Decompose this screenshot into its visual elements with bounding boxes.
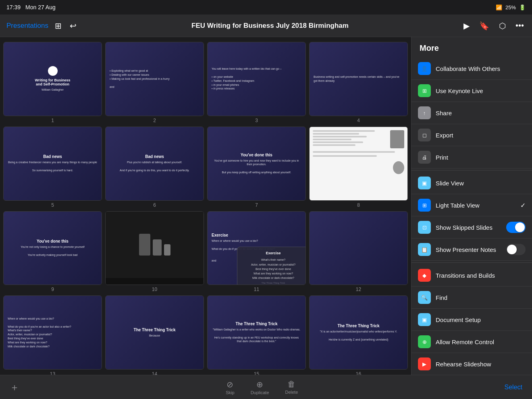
menu-icon-slide-view: ▣ (418, 177, 431, 189)
menu-icon-presenter-notes: 📋 (418, 243, 431, 256)
slide-thumb-8 (309, 127, 408, 201)
play-button[interactable]: ▶ (462, 19, 471, 32)
menu-items: 👤 Collaborate With Others ⊞ Use Keynote … (411, 58, 532, 375)
menu-icon-doc-setup: ▣ (418, 313, 431, 326)
menu-item-show-skipped[interactable]: ⊡ Show Skipped Slides (411, 216, 532, 239)
panel-header: More (411, 37, 532, 58)
menu-item-rehearse[interactable]: ▶ Rehearse Slideshow (411, 353, 532, 375)
slide-thumb-3: You will leave here today with a written… (207, 42, 306, 116)
slide-number-8: 8 (357, 202, 360, 208)
menu-item-transitions[interactable]: ◆ Transitions and Builds (411, 264, 532, 287)
menu-icon-find: 🔍 (418, 291, 431, 304)
main-area: Writing for Businessand Self-Promotion W… (0, 37, 532, 375)
duplicate-label: Duplicate (251, 390, 269, 395)
slide-item-7[interactable]: You've done this You've got someone to h… (207, 127, 306, 208)
slide-number-2: 2 (153, 118, 156, 123)
slide-item-6[interactable]: Bad news Plus you're rubbish at talking … (105, 127, 204, 208)
slides-grid: Writing for Businessand Self-Promotion W… (3, 42, 408, 375)
slide-thumb-7: You've done this You've got someone to h… (207, 127, 306, 201)
wifi-icon: 📶 (496, 4, 502, 10)
slide-item-14[interactable]: The Three Thing Trick Because 14 (105, 295, 204, 375)
slide-number-1: 1 (51, 118, 54, 123)
menu-item-doc-setup[interactable]: ▣ Document Setup (411, 309, 532, 331)
slide-item-9[interactable]: You've done this You're not only losing … (3, 211, 102, 293)
toggle-show-skipped[interactable] (506, 222, 526, 233)
slide-number-15: 15 (254, 371, 259, 375)
menu-label-transitions: Transitions and Builds (436, 272, 526, 279)
menu-icon-collaborate: 👤 (418, 62, 431, 75)
toggle-presenter-notes[interactable] (506, 244, 526, 255)
slide-item-5[interactable]: Bad news Being a creative freelancer mea… (3, 127, 102, 208)
menu-label-remote: Allow Remote Control (436, 339, 526, 345)
duplicate-button[interactable]: ⊕ Duplicate (251, 380, 269, 395)
slide-thumb-2: • Exploiting what we're good at• Dealing… (105, 42, 204, 116)
bookmark-button[interactable]: 🔖 (478, 19, 491, 32)
menu-label-presenter-notes: Show Presenter Notes (436, 246, 506, 253)
menu-label-slide-view: Slide View (436, 180, 526, 187)
slide-thumb-12 (309, 211, 408, 285)
tooltip-overlay: Exercise What's their name?Actor, writer… (237, 247, 306, 285)
check-icon: ✓ (520, 202, 526, 209)
slide-thumb-16: The Three Thing Trick "X is an actor/wri… (309, 295, 408, 370)
duplicate-icon: ⊕ (256, 380, 263, 389)
slide-number-9: 9 (51, 287, 54, 292)
slide-item-16[interactable]: The Three Thing Trick "X is an actor/wri… (309, 295, 408, 375)
add-slide-button[interactable]: ＋ (10, 381, 19, 394)
slide-number-5: 5 (51, 202, 54, 208)
shape-button[interactable]: ⬡ (497, 19, 507, 32)
menu-item-presenter-notes[interactable]: 📋 Show Presenter Notes (411, 239, 532, 261)
delete-button[interactable]: 🗑 Delete (285, 380, 298, 395)
undo-button[interactable]: ↩ (68, 19, 78, 32)
slide-item-11[interactable]: Exercise When or where would you use a b… (207, 211, 306, 293)
menu-item-share[interactable]: ↑ Share (411, 102, 532, 124)
slide-item-3[interactable]: You will leave here today with a written… (207, 42, 306, 123)
slides-area[interactable]: Writing for Businessand Self-Promotion W… (0, 37, 411, 375)
slide-number-10: 10 (152, 287, 157, 292)
bottom-toolbar: ＋ ⊘ Skip ⊕ Duplicate 🗑 Delete Select (0, 375, 532, 399)
slide-thumb-10 (105, 211, 204, 285)
menu-icon-light-table: ⊞ (418, 199, 431, 212)
delete-label: Delete (285, 390, 298, 395)
menu-item-export[interactable]: ◻ Export (411, 124, 532, 146)
slide-item-10[interactable]: 10 (105, 211, 204, 293)
slide-item-4[interactable]: Business writing and self-promotion need… (309, 42, 408, 123)
menu-item-keynote-live[interactable]: ⊞ Use Keynote Live (411, 80, 532, 102)
menu-item-slide-view[interactable]: ▣ Slide View (411, 172, 532, 194)
slide-item-12[interactable]: 12 (309, 211, 408, 293)
slide-thumb-13: When or where would you use a bio?What d… (3, 295, 102, 370)
menu-icon-rehearse: ▶ (418, 357, 431, 370)
slide-item-2[interactable]: • Exploiting what we're good at• Dealing… (105, 42, 204, 123)
skip-icon: ⊘ (227, 380, 233, 389)
presentations-button[interactable]: Presentations (6, 22, 48, 30)
slide-number-11: 11 (254, 287, 259, 292)
slide-thumb-11: Exercise When or where would you use a b… (207, 211, 306, 285)
slide-item-13[interactable]: When or where would you use a bio?What d… (3, 295, 102, 375)
time: 17:39 (6, 4, 21, 10)
slide-item-15[interactable]: The Three Thing Trick "William Gallagher… (207, 295, 306, 375)
skip-button[interactable]: ⊘ Skip (226, 380, 234, 395)
slide-number-3: 3 (255, 118, 258, 123)
menu-icon-share: ↑ (418, 106, 431, 119)
slide-item-8[interactable]: 8 (309, 127, 408, 208)
grid-view-button[interactable]: ⊞ (53, 19, 63, 32)
menu-label-keynote-live: Use Keynote Live (436, 87, 526, 94)
menu-label-show-skipped: Show Skipped Slides (436, 224, 506, 231)
toolbar-right: ▶ 🔖 ⬡ ••• (462, 19, 526, 32)
menu-item-remote[interactable]: ⊕ Allow Remote Control (411, 331, 532, 353)
menu-item-collaborate[interactable]: 👤 Collaborate With Others (411, 58, 532, 80)
select-button[interactable]: Select (505, 384, 522, 391)
menu-item-light-table[interactable]: ⊞ Light Table View ✓ (411, 194, 532, 216)
toolbar: Presentations ⊞ ↩ FEU Writing for Busine… (0, 15, 532, 37)
slide-thumb-5: Bad news Being a creative freelancer mea… (3, 127, 102, 201)
more-button[interactable]: ••• (514, 19, 526, 32)
menu-item-find[interactable]: 🔍 Find (411, 287, 532, 309)
slide-item-1[interactable]: Writing for Businessand Self-Promotion W… (3, 42, 102, 123)
menu-label-rehearse: Rehearse Slideshow (436, 361, 526, 368)
menu-icon-show-skipped: ⊡ (418, 221, 431, 234)
document-title: FEU Writing for Business July 2018 Birmi… (191, 22, 349, 29)
slide-number-12: 12 (356, 287, 361, 292)
menu-icon-export: ◻ (418, 129, 431, 141)
menu-icon-transitions: ◆ (418, 269, 431, 282)
menu-label-doc-setup: Document Setup (436, 316, 526, 323)
menu-item-print[interactable]: 🖨 Print (411, 146, 532, 168)
